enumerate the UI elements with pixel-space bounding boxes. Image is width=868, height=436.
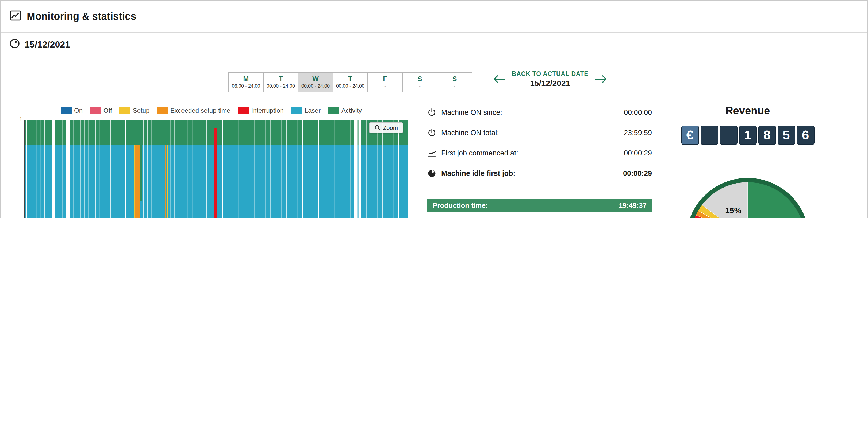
revenue-title: Revenue (670, 105, 825, 117)
timeline-legend: OnOffSetupExceeded setup timeInterruptio… (9, 106, 413, 115)
date-bar: 15/12/2021 (1, 33, 867, 57)
timeline-y-max: 1 (10, 116, 23, 122)
weekday-hours: - (384, 83, 386, 89)
weekday-letter: T (348, 76, 352, 83)
weekday-letter: T (279, 76, 283, 83)
revenue-pie-chart: 81%15% (670, 173, 825, 218)
legend-swatch (61, 107, 71, 114)
stat-label: Machine idle first job: (441, 169, 516, 177)
weekday-hours: 06:00 - 24:00 (232, 83, 260, 89)
stat-row: Machine idle first job:00:00:29 (427, 163, 652, 183)
power-icon (427, 108, 441, 117)
weekday-box-2[interactable]: W00:00 - 24:00 (298, 72, 333, 93)
legend-swatch (120, 107, 130, 114)
weekday-letter: M (243, 76, 249, 83)
legend-item: Laser (291, 107, 321, 114)
date-navigation: BACK TO ACTUAL DATE 15/12/2021 (492, 70, 609, 88)
stat-label: First job commenced at: (441, 149, 518, 157)
legend-item: Setup (120, 107, 150, 114)
legend-label: Interruption (251, 107, 284, 114)
weekday-box-0[interactable]: M06:00 - 24:00 (228, 72, 264, 93)
stat-value: 19:49:37 (619, 201, 647, 209)
back-to-actual-date[interactable]: BACK TO ACTUAL DATE 15/12/2021 (512, 70, 589, 88)
weekday-hours: 00:00 - 24:00 (267, 83, 295, 89)
weekday-box-4[interactable]: F- (367, 72, 403, 93)
clock-icon (10, 38, 20, 51)
stat-label: Machine ON since: (441, 108, 502, 116)
revenue-counter: €1856 (670, 126, 825, 145)
stat-value: 23:59:59 (624, 129, 652, 136)
prev-day-arrow[interactable] (492, 74, 506, 85)
power-icon (427, 128, 441, 137)
charts-column: OnOffSetupExceeded setup timeInterruptio… (9, 106, 413, 218)
revenue-digit-tile (720, 126, 737, 145)
weekday-box-6[interactable]: S- (437, 72, 472, 93)
production-time-bar: Production time:19:49:37 (427, 199, 652, 211)
legend-swatch (90, 107, 101, 114)
page-frame: Monitoring & statistics 15/12/2021 M06:0… (0, 0, 868, 218)
idle-icon (427, 169, 441, 178)
svg-text:15%: 15% (725, 206, 741, 215)
legend-item: Exceeded setup time (157, 107, 230, 114)
legend-label: Off (103, 107, 112, 114)
legend-item: On (61, 107, 83, 114)
stat-value: 00:00:29 (623, 169, 652, 177)
weekday-box-3[interactable]: T00:00 - 24:00 (333, 72, 368, 93)
legend-label: Activity (341, 107, 362, 114)
zoom-button[interactable]: Zoom (369, 122, 403, 133)
legend-swatch (291, 107, 302, 114)
stat-row: Machine ON since:00:00:00 (427, 102, 652, 122)
weekday-hours: 00:00 - 24:00 (336, 83, 365, 89)
page-title: Monitoring & statistics (27, 10, 136, 22)
revenue-digit-tile: 1 (739, 126, 756, 145)
weekday-box-1[interactable]: T00:00 - 24:00 (263, 72, 299, 93)
stat-value: 00:00:29 (624, 149, 652, 157)
current-date: 15/12/2021 (25, 39, 70, 50)
weekday-letter: S (453, 76, 457, 83)
timeline-chart: 1 0 Zoom (24, 119, 408, 218)
stat-label: Machine operation time: (441, 218, 524, 218)
monitoring-page: Monitoring & statistics 15/12/2021 M06:0… (0, 0, 868, 218)
stat-value: 00:00:00 (624, 108, 652, 116)
revenue-digit-tile: 6 (797, 126, 814, 145)
weekday-box-5[interactable]: S- (402, 72, 437, 93)
weekday-letter: S (418, 76, 422, 83)
stat-value: 19:21:47 (623, 218, 652, 218)
revenue-digit-tile: 5 (777, 126, 795, 145)
legend-swatch (328, 107, 339, 114)
legend-item: Off (90, 107, 112, 114)
takeoff-icon (427, 148, 441, 157)
legend-label: Setup (133, 107, 150, 114)
title-bar: Monitoring & statistics (1, 1, 867, 33)
weekday-letter: F (383, 76, 387, 83)
legend-item: Activity (328, 107, 362, 114)
timeline-chart-svg (24, 119, 408, 218)
stat-label: Production time: (433, 201, 488, 209)
week-selector: M06:00 - 24:00T00:00 - 24:00W00:00 - 24:… (229, 72, 472, 93)
weekday-hours: - (419, 83, 421, 89)
euro-tile: € (681, 126, 699, 145)
legend-swatch (238, 107, 249, 114)
revenue-digit-tile: 8 (758, 126, 776, 145)
legend-item: Interruption (238, 107, 284, 114)
legend-swatch (157, 107, 168, 114)
next-day-arrow[interactable] (594, 74, 609, 85)
legend-label: Exceeded setup time (170, 107, 230, 114)
line-chart-icon (10, 9, 21, 23)
weekday-letter: W (312, 76, 319, 83)
legend-label: On (74, 107, 83, 114)
stat-row: Machine operation time:19:21:47 (427, 211, 652, 218)
stats-column: Machine ON since:00:00:00Machine ON tota… (427, 102, 652, 218)
weekday-hours: 00:00 - 24:00 (301, 83, 330, 89)
stat-row: First job commenced at:00:00:29 (427, 143, 652, 163)
weekday-hours: - (454, 83, 455, 89)
revenue-digit-tile (700, 126, 718, 145)
revenue-column: Revenue €1856 81%15% (670, 105, 825, 218)
legend-label: Laser (305, 107, 321, 114)
back-to-actual-date-label[interactable]: BACK TO ACTUAL DATE (512, 70, 589, 77)
zoom-button-label: Zoom (383, 125, 398, 131)
selected-date: 15/12/2021 (530, 78, 570, 88)
stat-row: Machine ON total:23:59:59 (427, 122, 652, 143)
stat-label: Machine ON total: (441, 129, 499, 136)
